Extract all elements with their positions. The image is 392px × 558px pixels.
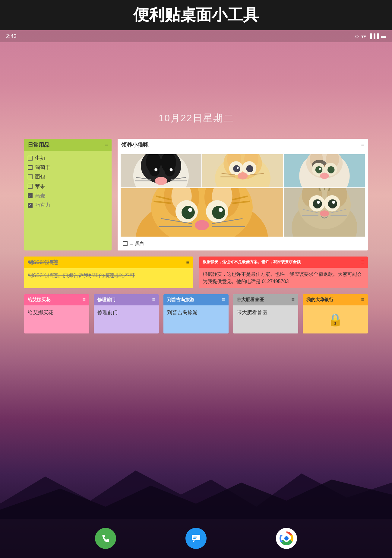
notes-area: 日常用品 ≡ 牛奶 葡萄干 面包 苹果 — [0, 139, 392, 498]
svg-point-10 — [165, 166, 175, 177]
note-repair-door-title: 修理前门 — [97, 297, 115, 303]
list-item: 牛奶 — [28, 154, 108, 162]
taskbar — [0, 519, 392, 558]
item-bread: 面包 — [35, 173, 45, 181]
note-buy-flower-header: 给艾娜买花 ≡ — [24, 294, 89, 305]
notes-row-1: 日常用品 ≡ 牛奶 葡萄干 面包 苹果 — [24, 139, 368, 250]
notes-row-3: 给艾娜买花 ≡ 给艾娜买花 修理前门 ≡ 修理前门 到普吉岛旅游 ≡ — [24, 294, 368, 333]
date-text: 10月22日星期二 — [158, 113, 233, 123]
status-bar: 2:43 ⊙ ▾▾ ▐▐▐ ▬ — [0, 30, 392, 42]
note-refund-text: 根据静安，这也许不是最佳方案。也许，我应该要求全额退款。大熊可能会为我提供意见。… — [203, 272, 362, 284]
notes-row-2: 到SS2吃榴莲 ≡ 到SS2吃榴莲。丽娜告诉我那里的榴莲非吃不可 根据静安，这也… — [24, 257, 368, 288]
cat-note-footer: 口 黑白 — [119, 238, 366, 249]
note-refund-header: 根据静安，这也许不是最佳方案。也许，我应该要求全额 ≡ — [199, 257, 368, 268]
svg-rect-90 — [193, 538, 196, 539]
cat-photo-4 — [121, 188, 283, 237]
checkbox-milk[interactable] — [28, 156, 33, 161]
note-repair-door[interactable]: 修理前门 ≡ 修理前门 — [94, 294, 159, 333]
status-icons: ⊙ ▾▾ ▐▐▐ ▬ — [355, 33, 386, 39]
chrome-icon — [279, 531, 294, 546]
cat-note-footer-text: 口 黑白 — [129, 240, 144, 247]
note-phuket[interactable]: 到普吉岛旅游 ≡ 到普吉岛旅游 — [163, 294, 229, 333]
messages-app-icon[interactable] — [185, 528, 207, 549]
svg-point-25 — [233, 165, 240, 172]
cat-photos-grid — [119, 153, 366, 238]
item-chocolate: 巧克力 — [35, 201, 50, 209]
note-refund-body: 根据静安，这也许不是最佳方案。也许，我应该要求全额退款。大熊可能会为我提供意见。… — [199, 268, 368, 288]
cat-photo-1 — [121, 154, 201, 187]
svg-point-11 — [154, 168, 157, 171]
note-phuket-text: 到普吉岛旅游 — [167, 310, 198, 315]
chrome-app-icon[interactable] — [276, 528, 297, 549]
note-durian[interactable]: 到SS2吃榴莲 ≡ 到SS2吃榴莲。丽娜告诉我那里的榴莲非吃不可 — [24, 257, 193, 288]
svg-point-28 — [238, 172, 248, 179]
list-item: 苹果 — [28, 182, 108, 190]
svg-point-12 — [169, 168, 172, 171]
note-durian-menu[interactable]: ≡ — [186, 259, 189, 266]
location-icon: ⊙ — [355, 33, 359, 39]
note-durian-title: 到SS2吃榴莲 — [28, 259, 58, 266]
wifi-icon: ▾▾ — [361, 33, 366, 39]
note-refund-menu[interactable]: ≡ — [361, 259, 364, 265]
date-display: 10月22日星期二 — [0, 112, 392, 125]
svg-rect-89 — [193, 537, 197, 537]
phone-app-icon[interactable] — [95, 528, 116, 549]
note-durian-body: 到SS2吃榴莲。丽娜告诉我那里的榴莲非吃不可 — [24, 268, 193, 288]
svg-point-93 — [284, 536, 289, 540]
cat-photo-3 — [284, 154, 365, 187]
svg-point-57 — [188, 208, 192, 212]
note-vet-menu[interactable]: ≡ — [291, 297, 295, 303]
checkbox-black-white[interactable] — [123, 241, 128, 246]
note-adopt-cat-header: 领养小猫咪 ≡ — [118, 139, 368, 151]
note-repair-door-body: 修理前门 — [94, 305, 159, 333]
note-buy-flower-body: 给艾娜买花 — [24, 305, 89, 333]
note-repair-door-header: 修理前门 ≡ — [94, 294, 159, 305]
note-bank-title: 我的大华银行 — [306, 297, 334, 303]
lock-icon: 🔒 — [328, 310, 343, 329]
note-vet[interactable]: 带大肥看兽医 ≡ 带大肥看兽医 — [233, 294, 298, 333]
note-bank[interactable]: 我的大华银行 ≡ 🔒 — [303, 294, 368, 333]
checkbox-apple[interactable] — [28, 184, 33, 189]
note-daily-items[interactable]: 日常用品 ≡ 牛奶 葡萄干 面包 苹果 — [24, 139, 112, 250]
note-vet-body: 带大肥看兽医 — [233, 305, 298, 333]
note-vet-header: 带大肥看兽医 ≡ — [233, 294, 298, 305]
list-item: 燕麦 — [28, 192, 108, 200]
note-durian-header: 到SS2吃榴莲 ≡ — [24, 257, 193, 268]
checkbox-bread[interactable] — [28, 174, 33, 179]
phone-icon — [100, 533, 111, 544]
battery-icon: ▬ — [381, 33, 386, 39]
item-oat: 燕麦 — [35, 192, 45, 200]
note-daily-items-body: 牛奶 葡萄干 面包 苹果 燕麦 — [24, 151, 112, 250]
note-phuket-menu[interactable]: ≡ — [222, 297, 225, 303]
svg-point-59 — [195, 220, 209, 230]
note-adopt-cat-menu[interactable]: ≡ — [361, 142, 364, 148]
checkbox-raisin[interactable] — [28, 165, 33, 170]
cat-photo-2 — [202, 154, 283, 187]
note-bank-menu[interactable]: ≡ — [361, 297, 364, 303]
note-daily-items-menu[interactable]: ≡ — [105, 142, 108, 148]
note-repair-door-menu[interactable]: ≡ — [152, 297, 155, 303]
note-adopt-cat[interactable]: 领养小猫咪 ≡ — [118, 139, 368, 250]
svg-point-26 — [246, 165, 253, 172]
note-buy-flower-title: 给艾娜买花 — [28, 297, 50, 303]
svg-point-55 — [182, 206, 195, 219]
signal-icon: ▐▐▐ — [368, 33, 379, 39]
checkbox-oat[interactable] — [28, 193, 33, 198]
svg-point-79 — [328, 199, 337, 208]
note-adopt-cat-body: 口 黑白 — [118, 151, 368, 250]
note-bank-body: 🔒 — [303, 305, 368, 333]
note-durian-text: 到SS2吃榴莲。丽娜告诉我那里的榴莲非吃不可 — [28, 273, 135, 278]
svg-point-58 — [219, 208, 223, 212]
svg-point-44 — [319, 168, 321, 170]
checkbox-chocolate[interactable] — [28, 203, 33, 208]
svg-point-80 — [317, 201, 320, 204]
note-adopt-cat-title: 领养小猫咪 — [121, 141, 148, 148]
note-buy-flower-menu[interactable]: ≡ — [82, 297, 86, 303]
svg-point-13 — [155, 177, 167, 185]
note-phuket-title: 到普吉岛旅游 — [167, 297, 194, 303]
note-refund[interactable]: 根据静安，这也许不是最佳方案。也许，我应该要求全额 ≡ 根据静安，这也许不是最佳… — [199, 257, 368, 288]
list-item: 巧克力 — [28, 201, 108, 209]
svg-point-82 — [320, 210, 329, 216]
note-buy-flower[interactable]: 给艾娜买花 ≡ 给艾娜买花 — [24, 294, 89, 333]
svg-marker-88 — [193, 540, 195, 542]
